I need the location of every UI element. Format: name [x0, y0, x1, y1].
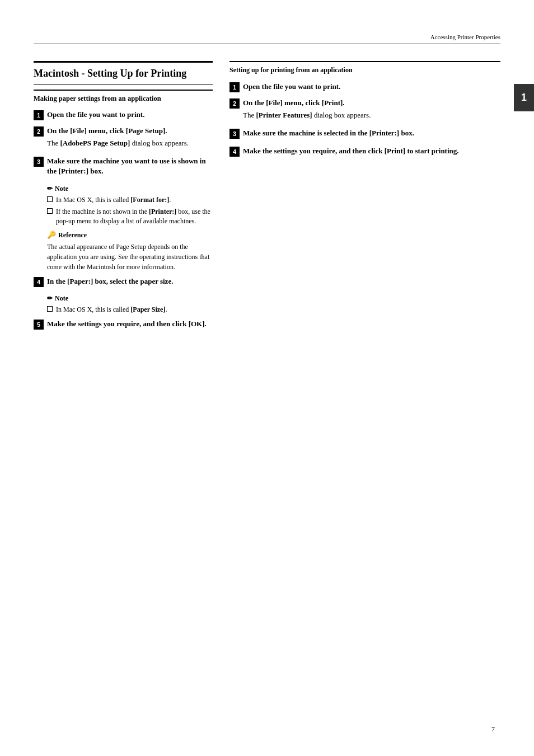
- note-title-2: Note: [47, 294, 213, 303]
- note-title-1: Note: [47, 185, 213, 193]
- right-step-1-content: Open the file you want to print.: [243, 82, 500, 92]
- step-number-3: 3: [34, 157, 44, 167]
- pencil-icon-2: [47, 294, 53, 303]
- step-number-4: 4: [34, 277, 44, 287]
- reference-box: 🔑 Reference The actual appearance of Pag…: [47, 231, 213, 272]
- left-column: Macintosh - Setting Up for Printing Maki…: [34, 61, 213, 337]
- right-subsection-title: Setting up for printing from an applicat…: [229, 61, 500, 75]
- step-2: 2 On the [File] menu, click [Page Setup]…: [34, 126, 213, 151]
- right-step-1: 1 Open the file you want to print.: [229, 82, 500, 92]
- step-number-5: 5: [34, 320, 44, 330]
- step-1-title: Open the file you want to print.: [47, 110, 144, 119]
- right-step-3-content: Make sure the machine is selected in the…: [243, 128, 500, 140]
- step-2-content: On the [File] menu, click [Page Setup]. …: [47, 126, 213, 151]
- step-2-desc: The [AdobePS Page Setup] dialog box appe…: [47, 138, 213, 148]
- section-title: Macintosh - Setting Up for Printing: [34, 61, 213, 85]
- note-box-1: Note In Mac OS X, this is called [Format…: [47, 185, 213, 226]
- step-4-content: In the [Paper:] box, select the paper si…: [47, 276, 213, 289]
- note-item-1-2: If the machine is not shown in the [Prin…: [47, 207, 213, 226]
- subsection-title: Making paper settings from an applicatio…: [34, 90, 213, 104]
- checkbox-icon-1: [47, 196, 53, 202]
- right-step-1-title: Open the file you want to print.: [243, 82, 340, 91]
- checkbox-icon-3: [47, 306, 53, 312]
- step-4: 4 In the [Paper:] box, select the paper …: [34, 276, 213, 289]
- breadcrumb-text: Accessing Printer Properties: [430, 34, 500, 40]
- right-step-4: 4 Make the settings you require, and the…: [229, 146, 500, 158]
- right-step-number-1: 1: [229, 82, 240, 92]
- right-step-4-content: Make the settings you require, and then …: [243, 146, 500, 158]
- page-header: Accessing Printer Properties: [34, 34, 500, 44]
- right-step-number-4: 4: [229, 147, 240, 157]
- step-3: 3 Make sure the machine you want to use …: [34, 156, 213, 179]
- step-number-2: 2: [34, 126, 44, 137]
- right-step-3: 3 Make sure the machine is selected in t…: [229, 128, 500, 140]
- note-item-2-1: In Mac OS X, this is called [Paper Size]…: [47, 305, 213, 314]
- step-number-1: 1: [34, 110, 44, 120]
- content-area: Macintosh - Setting Up for Printing Maki…: [34, 61, 500, 337]
- note-box-2: Note In Mac OS X, this is called [Paper …: [47, 294, 213, 314]
- right-step-2-desc: The [Printer Features] dialog box appear…: [243, 110, 500, 120]
- checkbox-icon-2: [47, 208, 53, 214]
- step-5-content: Make the settings you require, and then …: [47, 319, 213, 331]
- step-5-title: Make the settings you require, and then …: [47, 319, 213, 329]
- step-3-title: Make sure the machine you want to use is…: [47, 156, 213, 176]
- step-3-content: Make sure the machine you want to use is…: [47, 156, 213, 179]
- key-icon: 🔑: [47, 231, 56, 240]
- right-step-2-content: On the [File] menu, click [Print]. The […: [243, 98, 500, 123]
- step-1: 1 Open the file you want to print.: [34, 110, 213, 120]
- page-number: 7: [491, 725, 495, 734]
- chapter-tab: 1: [514, 84, 534, 111]
- pencil-icon-1: [47, 185, 53, 193]
- right-step-2: 2 On the [File] menu, click [Print]. The…: [229, 98, 500, 123]
- step-1-content: Open the file you want to print.: [47, 110, 213, 120]
- right-column: Setting up for printing from an applicat…: [229, 61, 500, 337]
- page-container: Accessing Printer Properties 1 Macintosh…: [0, 0, 534, 756]
- right-step-number-2: 2: [229, 98, 240, 109]
- step-4-title: In the [Paper:] box, select the paper si…: [47, 276, 213, 287]
- right-step-3-title: Make sure the machine is selected in the…: [243, 128, 500, 138]
- right-step-4-title: Make the settings you require, and then …: [243, 146, 500, 156]
- step-2-title: On the [File] menu, click [Page Setup].: [47, 126, 213, 136]
- right-step-number-3: 3: [229, 129, 240, 139]
- step-5: 5 Make the settings you require, and the…: [34, 319, 213, 331]
- reference-content: The actual appearance of Page Setup depe…: [47, 242, 213, 272]
- right-step-2-title: On the [File] menu, click [Print].: [243, 98, 500, 108]
- reference-title: 🔑 Reference: [47, 231, 213, 240]
- note-item-1-1: In Mac OS X, this is called [Format for:…: [47, 195, 213, 205]
